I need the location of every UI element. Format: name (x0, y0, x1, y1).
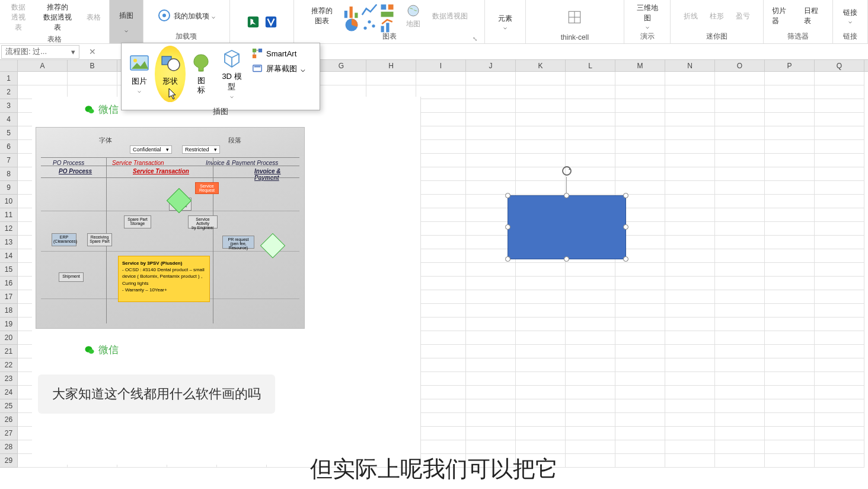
table-button[interactable]: 表格 (82, 11, 106, 24)
cell-P15[interactable] (765, 263, 815, 277)
cell-Q16[interactable] (815, 277, 864, 290)
cell-I25[interactable] (416, 399, 466, 413)
col-header-K[interactable]: K (516, 60, 566, 71)
cell-N18[interactable] (665, 304, 715, 317)
cell-K26[interactable] (516, 413, 566, 427)
cell-A1[interactable] (18, 72, 68, 85)
cell-O4[interactable] (715, 113, 765, 126)
cell-K2[interactable] (516, 85, 566, 99)
cell-I20[interactable] (416, 331, 466, 345)
cell-Q22[interactable] (815, 358, 864, 372)
cell-K17[interactable] (516, 290, 566, 304)
cell-M18[interactable] (615, 304, 665, 317)
cell-N4[interactable] (665, 113, 715, 126)
cell-M19[interactable] (615, 317, 665, 331)
cell-M4[interactable] (615, 113, 665, 126)
cell-I18[interactable] (416, 304, 466, 317)
cell-M21[interactable] (615, 345, 665, 358)
cell-J8[interactable] (466, 167, 516, 181)
col-header-L[interactable]: L (566, 60, 615, 71)
cell-I19[interactable] (416, 317, 466, 331)
cell-K8[interactable] (516, 167, 566, 181)
cell-P4[interactable] (765, 113, 815, 126)
cell-M24[interactable] (615, 386, 665, 399)
col-header-P[interactable]: P (765, 60, 815, 71)
cell-N14[interactable] (665, 249, 715, 263)
cell-Q7[interactable] (815, 154, 864, 167)
cell-O12[interactable] (715, 222, 765, 236)
cell-Q5[interactable] (815, 126, 864, 140)
cell-I5[interactable] (416, 126, 466, 140)
cell-M2[interactable] (615, 85, 665, 99)
cell-P6[interactable] (765, 140, 815, 154)
cell-I21[interactable] (416, 345, 466, 358)
resize-handle-w[interactable] (505, 224, 510, 230)
cell-P9[interactable] (765, 181, 815, 195)
cell-L24[interactable] (566, 386, 615, 399)
row-header-23[interactable]: 23 (0, 372, 18, 386)
cell-K1[interactable] (516, 72, 566, 85)
cell-O19[interactable] (715, 317, 765, 331)
resize-handle-e[interactable] (623, 224, 628, 230)
pivot-from-data-button[interactable]: 数据 透视表 (4, 1, 33, 34)
cell-J5[interactable] (466, 126, 516, 140)
pivot-chart-button[interactable]: 数据透视图 (427, 10, 473, 23)
cell-P14[interactable] (765, 249, 815, 263)
row-header-13[interactable]: 13 (0, 236, 18, 249)
cell-I1[interactable] (416, 72, 466, 85)
cell-O13[interactable] (715, 236, 765, 249)
cell-L8[interactable] (566, 167, 615, 181)
cell-K4[interactable] (516, 113, 566, 126)
cell-L7[interactable] (566, 154, 615, 167)
row-header-10[interactable]: 10 (0, 195, 18, 208)
slicer-button[interactable]: 切片器 (767, 5, 797, 27)
cell-J15[interactable] (466, 263, 516, 277)
cell-P25[interactable] (765, 399, 815, 413)
cell-Q23[interactable] (815, 372, 864, 386)
cell-O21[interactable] (715, 345, 765, 358)
cell-O3[interactable] (715, 99, 765, 113)
timeline-button[interactable]: 日程表 (799, 5, 829, 27)
cell-O27[interactable] (715, 427, 765, 440)
cell-J4[interactable] (466, 113, 516, 126)
rotate-handle[interactable] (561, 165, 573, 177)
cell-I15[interactable] (416, 263, 466, 277)
row-header-9[interactable]: 9 (0, 181, 18, 195)
cell-Q10[interactable] (815, 195, 864, 208)
charts-dialog-launcher[interactable]: ⤡ (470, 36, 480, 42)
illustrations-button[interactable]: 插图 ⌵ (114, 9, 138, 34)
cell-M3[interactable] (615, 99, 665, 113)
col-header-H[interactable]: H (366, 60, 416, 71)
cell-N15[interactable] (665, 263, 715, 277)
cell-I2[interactable] (416, 85, 466, 99)
cell-K24[interactable] (516, 386, 566, 399)
cell-K15[interactable] (516, 263, 566, 277)
cell-Q21[interactable] (815, 345, 864, 358)
cell-I17[interactable] (416, 290, 466, 304)
col-header-I[interactable]: I (416, 60, 466, 71)
cell-N22[interactable] (665, 358, 715, 372)
row-header-8[interactable]: 8 (0, 167, 18, 181)
cell-I11[interactable] (416, 208, 466, 222)
cell-N21[interactable] (665, 345, 715, 358)
cell-I13[interactable] (416, 236, 466, 249)
cell-P17[interactable] (765, 290, 815, 304)
cell-N12[interactable] (665, 222, 715, 236)
cell-I9[interactable] (416, 181, 466, 195)
cell-K5[interactable] (516, 126, 566, 140)
row-header-5[interactable]: 5 (0, 126, 18, 140)
cell-P11[interactable] (765, 208, 815, 222)
cell-K3[interactable] (516, 99, 566, 113)
cell-L18[interactable] (566, 304, 615, 317)
row-header-18[interactable]: 18 (0, 304, 18, 317)
cell-L17[interactable] (566, 290, 615, 304)
cell-J2[interactable] (466, 85, 516, 99)
cell-L5[interactable] (566, 126, 615, 140)
col-header-Q[interactable]: Q (815, 60, 864, 71)
sparkline-line-button[interactable]: 折线 (679, 10, 703, 23)
cell-P26[interactable] (765, 413, 815, 427)
cell-M5[interactable] (615, 126, 665, 140)
cell-N3[interactable] (665, 99, 715, 113)
cell-P10[interactable] (765, 195, 815, 208)
cell-I26[interactable] (416, 413, 466, 427)
